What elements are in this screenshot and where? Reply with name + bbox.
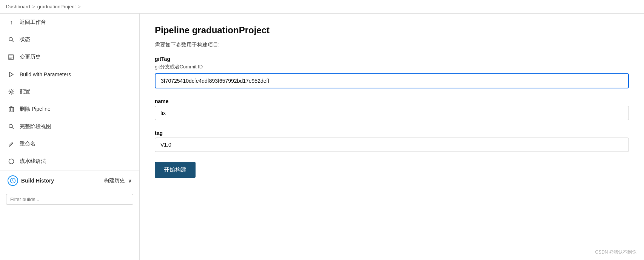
sidebar-item-back-workspace[interactable]: ↑ 返回工作台	[0, 14, 139, 31]
sidebar-item-label: 重命名	[20, 141, 35, 147]
sidebar-item-full-stage-view[interactable]: 完整阶段视图	[0, 118, 139, 135]
section-desc: 需要如下参数用于构建项目:	[155, 42, 629, 48]
filter-builds-input[interactable]	[6, 194, 133, 205]
arrow-up-icon: ↑	[8, 19, 15, 26]
svg-point-8	[11, 91, 12, 93]
sidebar-item-label: Build with Parameters	[20, 71, 71, 77]
param-name-input[interactable]	[155, 106, 629, 120]
chevron-down-icon: ∨	[128, 178, 132, 184]
sidebar-item-label: 完整阶段视图	[20, 123, 51, 130]
sidebar-item-label: 返回工作台	[20, 19, 46, 26]
param-gitTag-label: gitTag	[155, 56, 629, 62]
build-history-header[interactable]: Build History 构建历史 ∨	[0, 170, 139, 191]
breadcrumb-dashboard[interactable]: Dashboard	[6, 4, 30, 9]
svg-point-17	[9, 159, 14, 164]
trash-icon	[8, 105, 15, 113]
param-name-label: name	[155, 98, 629, 104]
page-title: Pipeline graduationProject	[155, 25, 629, 36]
sidebar-item-build-with-parameters[interactable]: Build with Parameters	[0, 66, 139, 83]
build-button[interactable]: 开始构建	[155, 162, 196, 178]
sidebar-item-label: 配置	[20, 88, 30, 95]
sidebar-item-label: 变更历史	[20, 54, 41, 60]
sidebar-item-delete-pipeline[interactable]: 删除 Pipeline	[0, 101, 139, 118]
param-gitTag-input[interactable]	[155, 73, 629, 88]
param-gitTag-hint: git分支或者Commit ID	[155, 63, 629, 70]
param-tag: tag	[155, 130, 629, 159]
layout: ↑ 返回工作台 状态 变更历史	[0, 14, 644, 260]
breadcrumb: Dashboard > graduationProject >	[0, 0, 644, 14]
param-name: name	[155, 98, 629, 128]
main-content: Pipeline graduationProject 需要如下参数用于构建项目:…	[140, 14, 644, 260]
svg-line-1	[12, 40, 14, 42]
sidebar-item-status[interactable]: 状态	[0, 31, 139, 48]
param-gitTag: gitTag git分支或者Commit ID	[155, 56, 629, 96]
param-tag-input[interactable]	[155, 138, 629, 152]
sidebar-item-pipeline-syntax[interactable]: 流水线语法	[0, 153, 139, 170]
syntax-icon	[8, 158, 15, 165]
breadcrumb-sep-1: >	[32, 4, 35, 9]
param-tag-label: tag	[155, 130, 629, 136]
svg-rect-9	[9, 107, 14, 112]
sidebar-item-label: 流水线语法	[20, 158, 46, 165]
history-icon	[8, 53, 15, 61]
gear-icon	[8, 88, 15, 96]
sidebar-item-label: 删除 Pipeline	[20, 106, 51, 113]
filter-builds	[0, 191, 139, 208]
search-icon	[8, 36, 15, 43]
watermark: CSDN @我认不到你	[595, 249, 636, 255]
sidebar: ↑ 返回工作台 状态 变更历史	[0, 14, 140, 260]
sidebar-item-label: 状态	[20, 36, 30, 43]
search-icon-2	[8, 123, 15, 130]
breadcrumb-project[interactable]: graduationProject	[37, 4, 76, 9]
play-icon	[8, 71, 15, 78]
clock-icon	[8, 175, 18, 186]
svg-line-20	[13, 181, 14, 181]
breadcrumb-sep-2: >	[78, 4, 81, 9]
svg-marker-7	[9, 72, 13, 77]
rename-icon	[8, 140, 15, 148]
sidebar-item-config[interactable]: 配置	[0, 83, 139, 101]
svg-line-15	[12, 127, 14, 129]
sidebar-item-rename[interactable]: 重命名	[0, 135, 139, 153]
sidebar-item-change-history[interactable]: 变更历史	[0, 48, 139, 66]
build-history-subtitle: 构建历史 ∨	[104, 177, 132, 184]
build-history-title: Build History	[21, 178, 54, 184]
